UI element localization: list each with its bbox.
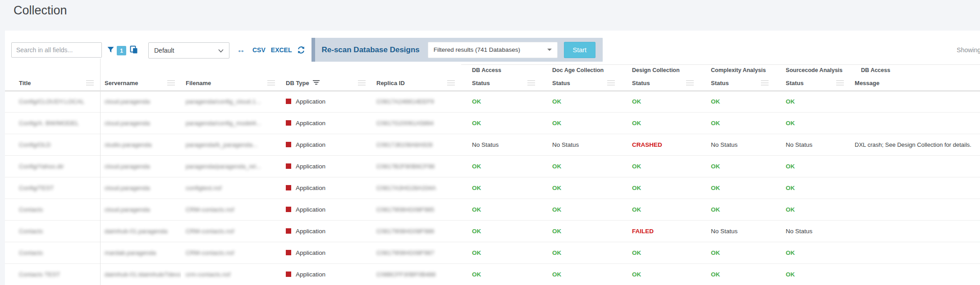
- cell-design-status: OK: [621, 91, 700, 113]
- column-header-servername[interactable]: Servername: [100, 76, 181, 91]
- cell-db-type: Application: [281, 134, 372, 156]
- table-row[interactable]: Config/TESTcloud.paragendaconfigtest.nsf…: [5, 177, 980, 199]
- filter-count-badge[interactable]: 1: [117, 46, 126, 55]
- cell-replica-id: C08BCFF30BF0B488: [372, 264, 461, 285]
- column-menu-icon[interactable]: [167, 80, 175, 86]
- column-group-design-collection: Design Collection: [621, 65, 700, 76]
- cell-db-type: Application: [281, 199, 372, 221]
- column-header-filename[interactable]: Filename: [181, 76, 281, 91]
- cell-message: [850, 177, 980, 199]
- cell-replica-id: C0817A3HG28A334A: [372, 177, 461, 199]
- table-row[interactable]: Contacts TESTdaimhub-01.ldaimhub/7devscr…: [5, 264, 980, 285]
- column-menu-icon[interactable]: [686, 80, 694, 86]
- view-select[interactable]: Default: [148, 42, 229, 59]
- table-row[interactable]: Config/OLDstudio.paragendaparagenda/b_pa…: [5, 134, 980, 156]
- column-header-complexity-status[interactable]: Status: [700, 76, 775, 91]
- cell-filename: paragenda/paragenda_rel...: [181, 156, 281, 177]
- column-menu-icon[interactable]: [836, 80, 844, 86]
- cell-design-status: CRASHED: [621, 134, 700, 156]
- export-excel-button[interactable]: EXCEL: [271, 46, 292, 54]
- cell-servername: mardab.paragenda: [100, 242, 181, 264]
- cell-complexity-status: OK: [700, 264, 775, 285]
- cell-doc-age-status: OK: [541, 199, 621, 221]
- cell-filename: paragenda/config_model4...: [181, 113, 281, 134]
- cell-message: [850, 221, 980, 242]
- cell-doc-age-status: OK: [541, 264, 621, 285]
- cell-replica-id: C0817B2F80B6CF98: [372, 156, 461, 177]
- db-type-application-icon: [286, 228, 291, 234]
- cell-db-access-status: OK: [461, 221, 541, 242]
- cell-servername: daimhub-01.paragenda: [100, 221, 181, 242]
- column-group-db-access-message: DB Access: [850, 65, 980, 76]
- cell-title: Contacts: [5, 199, 100, 221]
- cell-complexity-status: No Status: [700, 221, 775, 242]
- cell-title: Config/A. BW/MODEL: [5, 113, 100, 134]
- fit-columns-icon[interactable]: ↔: [237, 45, 245, 54]
- table-row[interactable]: Config/A. BW/MODELcloud.paragendaparagen…: [5, 113, 980, 134]
- column-header-db-access-status[interactable]: Status: [461, 76, 541, 91]
- column-header-title[interactable]: Title: [5, 76, 100, 91]
- column-menu-icon[interactable]: [267, 80, 275, 86]
- cell-doc-age-status: No Status: [541, 134, 621, 156]
- column-menu-icon[interactable]: [607, 80, 615, 86]
- cell-doc-age-status: OK: [541, 177, 621, 199]
- column-menu-icon[interactable]: [358, 80, 366, 86]
- cell-title: Config/Yahoo.dir: [5, 156, 100, 177]
- column-header-replica-id[interactable]: Replica ID: [372, 76, 461, 91]
- cell-design-status: OK: [621, 113, 700, 134]
- cell-design-status: OK: [621, 156, 700, 177]
- db-type-application-icon: [286, 120, 291, 126]
- filter-icon[interactable]: [107, 46, 114, 53]
- cell-replica-id: C0817G20061A5864: [372, 113, 461, 134]
- column-header-doc-age-status[interactable]: Status: [541, 76, 621, 91]
- cell-message: [850, 242, 980, 264]
- table-row[interactable]: Contactscloud.paragendaCRM-contacts.nsfA…: [5, 199, 980, 221]
- cell-servername: studio.paragenda: [100, 134, 181, 156]
- cell-db-access-status: OK: [461, 113, 541, 134]
- column-group-db-access: DB Access: [461, 65, 541, 76]
- table-row[interactable]: Config/Yahoo.dircloud.paragendaparagenda…: [5, 156, 980, 177]
- table-row[interactable]: Contactsdaimhub-01.paragendaCRM-contacts…: [5, 221, 980, 242]
- cell-doc-age-status: OK: [541, 156, 621, 177]
- table-row[interactable]: Config/CLOUDY.LOCALcloud.paragendaparage…: [5, 91, 980, 113]
- column-header-message[interactable]: Message: [850, 76, 980, 91]
- copy-icon[interactable]: [130, 45, 138, 54]
- column-menu-icon[interactable]: [527, 80, 535, 86]
- cell-doc-age-status: OK: [541, 91, 621, 113]
- start-button[interactable]: Start: [564, 42, 595, 58]
- column-group-empty: [5, 65, 461, 76]
- cell-filename: CRM-contacts.nsf: [181, 199, 281, 221]
- refresh-icon[interactable]: [297, 46, 305, 54]
- db-type-application-icon: [286, 142, 291, 147]
- cell-complexity-status: OK: [700, 199, 775, 221]
- db-type-application-icon: [286, 271, 291, 277]
- column-header-db-type[interactable]: DB Type: [281, 76, 372, 91]
- rescan-panel: Re-scan Database Designs Filtered result…: [311, 38, 602, 62]
- search-input[interactable]: [11, 42, 102, 58]
- cell-db-access-status: OK: [461, 242, 541, 264]
- cell-sourcecode-status: OK: [775, 177, 850, 199]
- rescan-scope-select[interactable]: Filtered results (741 Databases): [428, 42, 558, 58]
- toolbar: 1 Default ↔ CSV EXCEL Re-sca: [5, 31, 980, 64]
- active-filter-icon[interactable]: [313, 80, 320, 86]
- column-header-sourcecode-status[interactable]: Status: [775, 76, 850, 91]
- cell-design-status: OK: [621, 242, 700, 264]
- column-menu-icon[interactable]: [761, 80, 769, 86]
- column-menu-icon[interactable]: [86, 80, 94, 86]
- cell-design-status: OK: [621, 264, 700, 285]
- column-group-row: DB Access Doc Age Collection Design Coll…: [5, 65, 980, 76]
- cell-servername: cloud.paragenda: [100, 156, 181, 177]
- export-csv-button[interactable]: CSV: [252, 46, 266, 54]
- cell-servername: cloud.paragenda: [100, 91, 181, 113]
- cell-message: DXL crash; See Design Collection for det…: [850, 134, 980, 156]
- cell-sourcecode-status: OK: [775, 264, 850, 285]
- cell-title: Config/TEST: [5, 177, 100, 199]
- cell-servername: daimhub-01.ldaimhub/7devs: [100, 264, 181, 285]
- cell-filename: CRM-contacts.nsf: [181, 221, 281, 242]
- column-header-design-status[interactable]: Status: [621, 76, 700, 91]
- cell-replica-id: C0817J8108A8A928: [372, 134, 461, 156]
- cell-design-status: FAILED: [621, 221, 700, 242]
- cell-complexity-status: OK: [700, 113, 775, 134]
- table-row[interactable]: Contactsmardab.paragendaCRM-contacts.nsf…: [5, 242, 980, 264]
- column-menu-icon[interactable]: [447, 80, 455, 86]
